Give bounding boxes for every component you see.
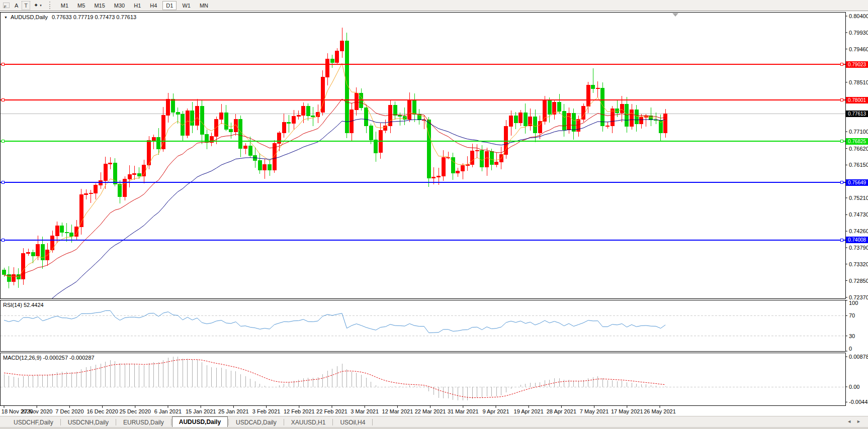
candle-body	[220, 113, 223, 120]
candle-body	[345, 41, 349, 133]
date-label: 28 Apr 2021	[547, 408, 576, 414]
tab-divider	[60, 419, 61, 425]
timeframe-button-H4[interactable]: H4	[146, 1, 160, 10]
chart-shift-marker-icon[interactable]	[672, 13, 678, 17]
candle-body	[586, 85, 590, 106]
candle-body	[591, 85, 595, 88]
grid-f-icon[interactable]: F	[2, 1, 12, 10]
candle-body	[287, 122, 291, 123]
level-lines: 0.790230.780010.776130.768250.756490.740…	[0, 61, 868, 244]
level-anchor[interactable]	[2, 140, 4, 143]
candle-body	[123, 179, 127, 197]
price-tick-label: 0.76620	[849, 146, 868, 152]
candle-body	[529, 117, 532, 126]
timeframe-button-H1[interactable]: H1	[130, 1, 144, 10]
price-badge-text: 0.76825	[848, 139, 866, 144]
price-tick-label: 0.72850	[849, 278, 868, 284]
date-label: 7 May 2021	[580, 408, 609, 414]
collapse-triangle-icon[interactable]: ▼	[4, 16, 8, 19]
text-tool-a-button[interactable]: A	[12, 1, 21, 10]
chart-tab-AUDUSD-Daily[interactable]: AUDUSD,Daily	[172, 416, 228, 427]
rsi-series	[4, 310, 665, 333]
candle-body	[191, 111, 194, 125]
chart-tab-XAUUSD-H1[interactable]: XAUUSD,H1	[285, 417, 332, 427]
ma-medium-line	[4, 99, 665, 276]
candle-body	[495, 162, 498, 164]
level-anchor[interactable]	[840, 99, 843, 101]
price-tick-label: 0.74260	[849, 228, 868, 234]
timeframe-button-D1[interactable]: D1	[162, 1, 177, 10]
candle-body	[137, 174, 141, 176]
candle-body	[89, 193, 93, 193]
date-label: 22 Feb 2021	[316, 408, 348, 414]
candle-body	[99, 181, 103, 185]
candle-body	[128, 174, 131, 179]
candle-body	[664, 114, 667, 133]
rsi-axis-label: 30	[849, 333, 855, 339]
level-anchor[interactable]	[2, 99, 4, 101]
candle-body	[432, 177, 436, 178]
ohlc-readout: 0.77633 0.77719 0.77473 0.77613	[52, 14, 136, 20]
timeframe-button-M1[interactable]: M1	[57, 1, 72, 10]
candle-body	[142, 165, 146, 176]
candle-body	[451, 157, 455, 173]
candle-body	[27, 252, 30, 253]
candle-body	[630, 110, 634, 127]
macd-axis-label: -0.004451	[849, 399, 868, 405]
candle-body	[514, 116, 517, 123]
candle-body	[306, 106, 310, 116]
level-anchor[interactable]	[2, 63, 4, 66]
level-anchor[interactable]	[840, 140, 843, 143]
date-label: 26 May 2021	[644, 408, 676, 414]
level-anchor[interactable]	[2, 181, 4, 184]
candle-body	[118, 184, 122, 197]
candle-body	[22, 253, 25, 279]
price-badge-text: 0.78001	[848, 97, 866, 103]
text-label-tool-button[interactable]: T	[22, 1, 30, 10]
chart-tab-USDCAD-Daily[interactable]: USDCAD,Daily	[229, 417, 283, 427]
timeframe-button-M15[interactable]: M15	[91, 1, 108, 10]
candle-body	[46, 250, 49, 260]
price-tick-label: 0.78510	[849, 79, 868, 85]
candle-body	[171, 99, 175, 112]
chart-canvas[interactable]: 0.790230.780010.776130.768250.756490.740…	[0, 11, 868, 416]
level-anchor[interactable]	[840, 239, 843, 241]
date-label: 31 Mar 2021	[448, 408, 479, 414]
price-badge-text: 0.77613	[848, 111, 866, 117]
rsi-axis-label: 0	[849, 346, 852, 352]
date-label: 17 May 2021	[611, 408, 643, 414]
chart-tab-EURUSD-Daily[interactable]: EURUSD,Daily	[117, 417, 170, 427]
tab-scroll-right-icon[interactable]: ►	[856, 419, 861, 424]
timeframe-button-W1[interactable]: W1	[179, 1, 194, 10]
level-anchor[interactable]	[2, 239, 4, 241]
level-anchor[interactable]	[840, 181, 843, 184]
candle-body	[562, 112, 566, 130]
candle-body	[244, 146, 247, 149]
tab-divider	[116, 419, 116, 425]
timeframe-button-M30[interactable]: M30	[111, 1, 128, 10]
candle-body	[282, 122, 286, 133]
price-tick-label: 0.73320	[849, 261, 868, 267]
chart-tab-USDCHF-Daily[interactable]: USDCHF,Daily	[7, 417, 60, 427]
chart-tab-USOil-H4[interactable]: USOil,H4	[333, 417, 372, 427]
candle-body	[393, 105, 397, 115]
date-label: 9 Apr 2021	[482, 408, 509, 414]
timeframe-button-M5[interactable]: M5	[74, 1, 89, 10]
object-tools-button[interactable]: ✦ ▾	[31, 1, 44, 10]
chart-tab-USDCNH-Daily[interactable]: USDCNH,Daily	[61, 417, 115, 427]
candle-body	[620, 104, 624, 113]
candle-body	[152, 137, 155, 140]
candle-body	[572, 114, 575, 132]
date-label: 12 Mar 2021	[382, 408, 413, 414]
candle-body	[437, 176, 441, 177]
date-label: 6 Jan 2021	[154, 408, 182, 414]
level-anchor[interactable]	[840, 63, 843, 66]
ma-slow-line	[4, 119, 665, 330]
tab-scroll-left-icon[interactable]: ◄	[847, 419, 851, 424]
timeframe-button-MN[interactable]: MN	[196, 1, 212, 10]
candle-body	[485, 151, 489, 167]
candle-body	[365, 108, 368, 126]
candle-body	[161, 115, 165, 149]
candle-body	[302, 106, 305, 115]
candle-body	[596, 88, 599, 88]
